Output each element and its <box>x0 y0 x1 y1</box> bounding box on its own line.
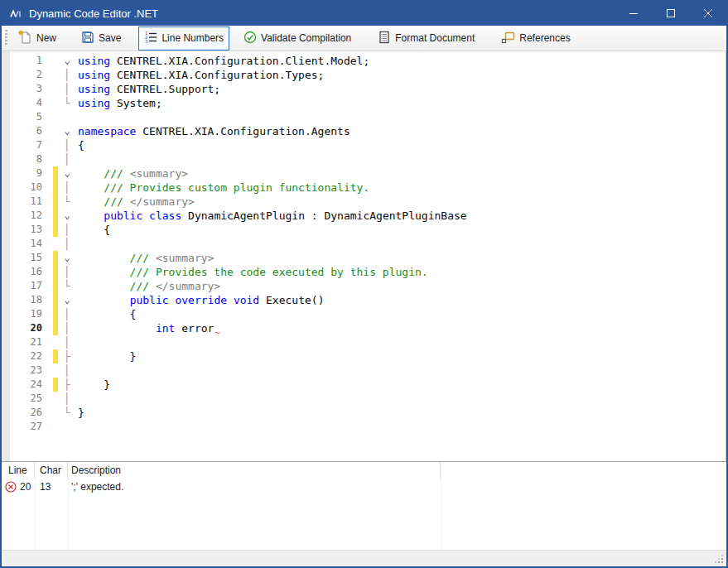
column-header-description[interactable]: Description <box>68 462 441 479</box>
code-line[interactable]: 2│using CENTREL.XIA.Configuration.Types; <box>10 68 726 82</box>
line-number[interactable]: 24 <box>10 378 48 392</box>
validate-compilation-button[interactable]: Validate Compilation <box>238 26 357 51</box>
line-number[interactable]: 6 <box>10 124 48 138</box>
line-number[interactable]: 12 <box>10 209 48 223</box>
fold-collapse-icon[interactable]: ⌄ <box>60 124 74 138</box>
title-bar[interactable]: Dynamic Code Editor .NET <box>2 2 726 26</box>
code-line[interactable]: 12⌄ public class DynamicAgentPlugin : Dy… <box>10 209 726 223</box>
new-button[interactable]: New <box>12 26 62 51</box>
save-button[interactable]: Save <box>75 26 127 51</box>
line-number[interactable]: 5 <box>10 110 48 124</box>
code-line[interactable]: 16│ /// Provides the code executed by th… <box>10 265 726 279</box>
code-text-area[interactable]: 1⌄using CENTREL.XIA.Configuration.Client… <box>10 51 726 461</box>
reference-node-icon <box>501 30 515 46</box>
line-number[interactable]: 10 <box>10 181 48 195</box>
code-editor[interactable]: 1⌄using CENTREL.XIA.Configuration.Client… <box>2 51 726 461</box>
resize-grip[interactable] <box>721 561 723 563</box>
svg-text:3: 3 <box>145 39 147 44</box>
line-number[interactable]: 15 <box>10 251 48 265</box>
maximize-button[interactable] <box>652 2 689 26</box>
fold-guide: └ <box>60 195 74 209</box>
line-number[interactable]: 18 <box>10 293 48 307</box>
code-line[interactable]: 15⌄ /// <summary> <box>10 251 726 265</box>
fold-collapse-icon[interactable]: ⌄ <box>60 166 74 181</box>
change-marker <box>53 138 58 152</box>
format-document-button[interactable]: Format Document <box>372 26 480 51</box>
line-number[interactable]: 1 <box>10 54 48 68</box>
code-line[interactable]: 8│ <box>10 152 726 166</box>
code-line[interactable]: 18⌄ public override void Execute() <box>10 293 726 307</box>
fold-collapse-icon[interactable]: ⌄ <box>60 209 74 223</box>
line-number[interactable]: 21 <box>10 335 48 349</box>
line-number[interactable]: 25 <box>10 392 48 406</box>
line-number[interactable]: 7 <box>10 138 48 152</box>
change-marker <box>53 363 58 378</box>
line-number[interactable]: 23 <box>10 363 48 378</box>
fold-guide: │ <box>60 68 74 82</box>
line-number[interactable]: 9 <box>10 166 48 181</box>
fold-guide: │ <box>60 321 74 335</box>
code-line[interactable]: 4└using System; <box>10 96 726 110</box>
column-header-line[interactable]: Line <box>2 462 35 479</box>
code-line[interactable]: 6⌄namespace CENTREL.XIA.Configuration.Ag… <box>10 124 726 138</box>
fold-collapse-icon[interactable]: ⌄ <box>60 54 74 68</box>
line-numbers-toggle-button[interactable]: 1 2 3 Line Numbers <box>138 26 229 51</box>
line-number[interactable]: 14 <box>10 237 48 251</box>
references-button[interactable]: References <box>495 26 576 51</box>
code-line[interactable]: 1⌄using CENTREL.XIA.Configuration.Client… <box>10 54 726 68</box>
caption-buttons <box>615 2 726 26</box>
change-marker <box>53 181 58 195</box>
line-number[interactable]: 19 <box>10 307 48 321</box>
code-line[interactable]: 22├ } <box>10 349 726 363</box>
code-line[interactable]: 14│ <box>10 237 726 251</box>
toolbar-grip[interactable] <box>5 30 7 46</box>
line-number[interactable]: 8 <box>10 152 48 166</box>
code-text: using System; <box>78 96 162 110</box>
fold-guide: └ <box>60 96 74 110</box>
line-number[interactable]: 22 <box>10 349 48 363</box>
code-line[interactable]: 23│ <box>10 363 726 378</box>
code-line[interactable]: 11└ /// </summary> <box>10 195 726 209</box>
code-line[interactable]: 19│ { <box>10 307 726 321</box>
code-line[interactable]: 3│using CENTREL.Support; <box>10 82 726 96</box>
fold-guide: │ <box>60 82 74 96</box>
line-number[interactable]: 16 <box>10 265 48 279</box>
fold-guide: │ <box>60 307 74 321</box>
code-line[interactable]: 7│{ <box>10 138 726 152</box>
code-line[interactable]: 26└} <box>10 406 726 420</box>
change-marker <box>53 349 58 363</box>
line-number[interactable]: 4 <box>10 96 48 110</box>
line-number[interactable]: 26 <box>10 406 48 420</box>
code-line[interactable]: 24├ } <box>10 378 726 392</box>
line-number[interactable]: 2 <box>10 68 48 82</box>
code-line[interactable]: 20│ int error~ <box>10 321 726 335</box>
close-button[interactable] <box>689 2 726 26</box>
line-number[interactable]: 20 <box>10 321 48 335</box>
code-line[interactable]: 27 <box>10 420 726 434</box>
line-number[interactable]: 13 <box>10 223 48 237</box>
line-number[interactable]: 3 <box>10 82 48 96</box>
code-text: } <box>78 378 110 392</box>
code-line[interactable]: 17└ /// </summary> <box>10 279 726 293</box>
line-number[interactable]: 11 <box>10 195 48 209</box>
fold-collapse-icon[interactable]: ⌄ <box>60 251 74 265</box>
code-line[interactable]: 10│ /// Provides custom plugin functiona… <box>10 181 726 195</box>
new-button-label: New <box>36 32 56 44</box>
column-header-char[interactable]: Char <box>35 462 68 479</box>
code-line[interactable]: 25│ <box>10 392 726 406</box>
code-text: { <box>78 223 110 237</box>
code-text: using CENTREL.Support; <box>78 82 220 96</box>
code-text: { <box>78 307 136 321</box>
document-lines-icon <box>378 31 391 46</box>
line-number[interactable]: 17 <box>10 279 48 293</box>
column-divider <box>441 479 441 550</box>
minimize-button[interactable] <box>615 2 652 26</box>
code-line[interactable]: 13│ { <box>10 223 726 237</box>
line-number[interactable]: 27 <box>10 420 48 434</box>
fold-collapse-icon[interactable]: ⌄ <box>60 293 74 307</box>
error-row[interactable]: 20 13 ';' expected. <box>2 479 726 495</box>
code-line[interactable]: 9⌄ /// <summary> <box>10 166 726 181</box>
code-line[interactable]: 21│ <box>10 335 726 349</box>
code-line[interactable]: 5 <box>10 110 726 124</box>
editor-left-margin <box>2 51 10 461</box>
